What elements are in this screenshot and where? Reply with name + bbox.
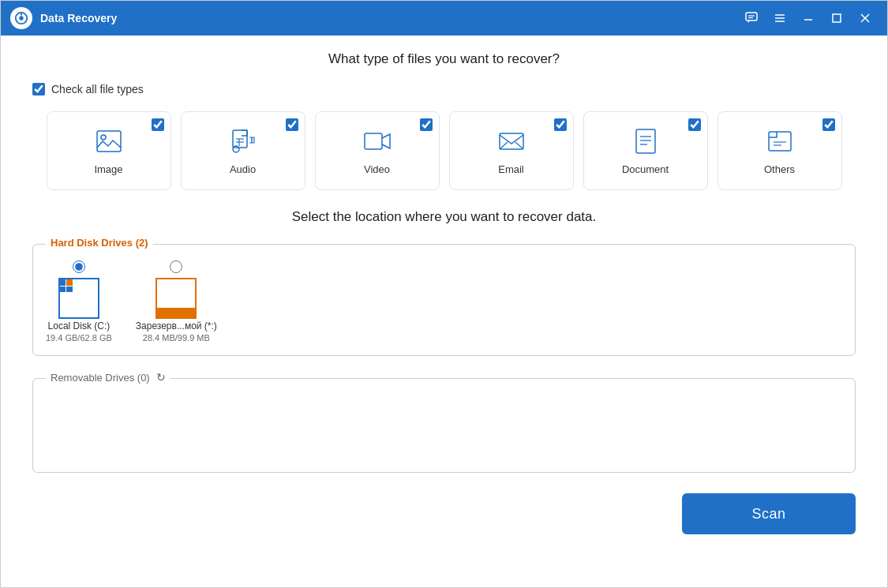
- removable-section: Removable Drives (0) ↻: [32, 378, 856, 473]
- drive-c-item[interactable]: Local Disk (C:) 19.4 GB/62.8 GB: [46, 260, 112, 343]
- removable-label: Removable Drives (0) ↻: [46, 371, 170, 384]
- svg-rect-30: [769, 132, 791, 151]
- image-label: Image: [94, 163, 122, 175]
- file-type-document[interactable]: Document: [583, 111, 708, 190]
- video-checkbox[interactable]: [420, 118, 433, 131]
- drive-reserved-size: 28.4 MB/99.9 MB: [143, 333, 210, 343]
- svg-rect-22: [365, 133, 382, 149]
- close-button[interactable]: [852, 7, 878, 29]
- svg-rect-11: [833, 14, 841, 22]
- others-label: Others: [764, 163, 795, 175]
- image-icon: [95, 127, 123, 159]
- file-type-video[interactable]: Video: [315, 111, 440, 190]
- hard-disk-section: Hard Disk Drives (2) Local Disk (C:): [32, 244, 856, 356]
- file-type-audio[interactable]: Audio: [181, 111, 305, 190]
- drive-c-name: Local Disk (C:): [48, 320, 111, 331]
- others-checkbox[interactable]: [822, 118, 835, 131]
- windows-logo: [60, 279, 73, 292]
- email-checkbox[interactable]: [554, 118, 567, 131]
- others-icon: [766, 127, 794, 159]
- audio-icon: [229, 127, 257, 159]
- titlebar: Data Recovery: [1, 1, 887, 36]
- email-icon: [497, 127, 526, 159]
- location-title: Select the location where you want to re…: [32, 209, 856, 225]
- svg-point-1: [19, 16, 23, 20]
- video-label: Video: [364, 163, 390, 175]
- svg-point-19: [233, 146, 239, 152]
- main-content: What type of files you want to recover? …: [1, 36, 887, 587]
- chat-button[interactable]: [739, 7, 764, 29]
- svg-line-24: [500, 142, 508, 149]
- refresh-icon[interactable]: ↻: [156, 371, 166, 384]
- drive-reserved-name: Зарезерв...мой (*:): [136, 320, 217, 331]
- file-type-image[interactable]: Image: [47, 111, 171, 190]
- app-title: Data Recovery: [40, 12, 739, 24]
- svg-rect-23: [500, 133, 523, 149]
- document-icon: [631, 127, 660, 159]
- drive-reserved-radio[interactable]: [170, 260, 182, 273]
- document-label: Document: [622, 163, 669, 175]
- video-icon: [363, 127, 392, 159]
- scan-row: Scan: [32, 485, 856, 539]
- file-type-others[interactable]: Others: [718, 111, 842, 190]
- file-type-email[interactable]: Email: [449, 111, 574, 190]
- svg-rect-26: [636, 129, 655, 153]
- drives-row: Local Disk (C:) 19.4 GB/62.8 GB Зарезерв…: [46, 253, 842, 343]
- maximize-button[interactable]: [824, 7, 849, 29]
- audio-checkbox[interactable]: [286, 118, 298, 131]
- check-all-label[interactable]: Check all file types: [51, 83, 144, 96]
- check-all-row: Check all file types: [32, 83, 856, 96]
- minimize-button[interactable]: [796, 7, 821, 29]
- file-types-heading: What type of files you want to recover?: [32, 51, 856, 70]
- drive-reserved-item[interactable]: Зарезерв...мой (*:) 28.4 MB/99.9 MB: [136, 260, 217, 343]
- email-label: Email: [498, 163, 524, 175]
- file-types-title: What type of files you want to recover?: [32, 51, 856, 67]
- audio-label: Audio: [230, 163, 256, 175]
- window-controls: [739, 7, 878, 29]
- app-window: Data Recovery What type of files you wan…: [0, 0, 888, 588]
- menu-button[interactable]: [767, 7, 792, 29]
- reserved-bar: [157, 308, 195, 317]
- drive-c-radio[interactable]: [73, 260, 85, 273]
- hard-disk-label: Hard Disk Drives (2): [46, 237, 153, 249]
- app-logo: [10, 7, 32, 29]
- svg-point-15: [101, 135, 106, 140]
- svg-rect-14: [97, 131, 121, 152]
- svg-marker-6: [747, 21, 750, 23]
- file-types-row: Image Audio: [32, 111, 856, 190]
- drive-reserved-icon: [155, 278, 197, 319]
- scan-button[interactable]: Scan: [682, 493, 856, 534]
- document-checkbox[interactable]: [688, 118, 701, 131]
- drive-c-icon: [58, 278, 99, 319]
- svg-line-25: [515, 142, 523, 149]
- drive-c-size: 19.4 GB/62.8 GB: [46, 333, 112, 343]
- removable-label-text: Removable Drives (0): [51, 372, 150, 384]
- svg-rect-3: [746, 13, 757, 21]
- image-checkbox[interactable]: [152, 118, 164, 131]
- check-all-checkbox[interactable]: [32, 83, 45, 96]
